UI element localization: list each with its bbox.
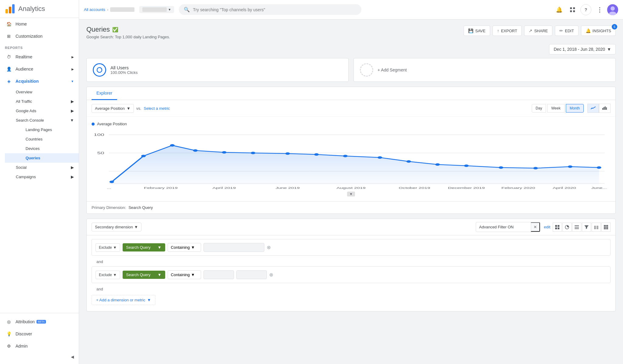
metric-dropdown[interactable]: Average Position ▼ <box>92 104 134 113</box>
topbar-actions: 🔔 ? ⋮ <box>554 4 618 15</box>
sidebar-collapse-button[interactable]: ◀ <box>0 352 79 362</box>
sidebar-item-search-console[interactable]: Search Console ▼ <box>0 116 79 125</box>
svg-text:50: 50 <box>97 151 104 155</box>
svg-rect-1 <box>9 7 11 13</box>
data-point <box>193 149 198 152</box>
date-range-button[interactable]: Dec 1, 2018 - Jun 28, 2020 ▼ <box>549 44 616 54</box>
sidebar-item-google-ads[interactable]: Google Ads ▶ <box>0 106 79 116</box>
property-selector[interactable]: ▼ <box>139 6 174 13</box>
filter-section: Secondary dimension ▼ ✕ edit <box>86 219 616 311</box>
sidebar-item-home[interactable]: 🏠 Home <box>0 18 79 30</box>
page-title-section: Queries ✅ Google Search: Top 1,000 daily… <box>86 26 170 39</box>
sidebar-item-acquisition[interactable]: ◈ Acquisition ▼ <box>0 75 79 87</box>
edit-button[interactable]: ✏ EDIT <box>555 26 579 36</box>
time-controls: Day Week Month <box>532 104 611 113</box>
svg-rect-4 <box>573 7 575 9</box>
all-accounts-link[interactable]: All accounts <box>84 7 105 12</box>
svg-point-8 <box>611 6 615 11</box>
filter-type-1-button[interactable]: Exclude ▼ <box>96 243 120 252</box>
filter-condition-1-button[interactable]: Containing ▼ <box>168 243 201 252</box>
explorer-section: Explorer Average Position ▼ vs. Select a… <box>86 87 616 214</box>
filter-clear-button[interactable]: ✕ <box>531 222 540 232</box>
filter-value-2-input-1[interactable] <box>204 270 234 279</box>
custom-view-button[interactable] <box>601 223 611 232</box>
line-chart-button[interactable] <box>587 104 599 113</box>
filter-edit-link[interactable]: edit <box>544 225 550 229</box>
sidebar-item-overview[interactable]: Overview <box>0 87 79 97</box>
svg-text:June 2019: June 2019 <box>276 186 300 189</box>
sidebar-item-queries[interactable]: Queries <box>5 153 79 163</box>
add-dimension-button[interactable]: + Add a dimension or metric ▼ <box>92 295 155 305</box>
sidebar-item-devices[interactable]: Devices <box>5 144 79 153</box>
notification-button[interactable]: 🔔 <box>554 4 565 15</box>
select-metric-link[interactable]: Select a metric <box>144 106 170 111</box>
advanced-filter-input[interactable] <box>476 223 531 231</box>
sidebar-item-countries[interactable]: Countries <box>5 134 79 144</box>
app-title: Analytics <box>18 5 45 13</box>
sidebar-item-social[interactable]: Social ▶ <box>0 163 79 172</box>
sidebar-item-discover[interactable]: 💡 Discover <box>0 328 79 340</box>
filter-and-1-label: and <box>92 258 611 265</box>
user-avatar[interactable] <box>607 4 618 15</box>
pie-view-button[interactable] <box>562 223 572 232</box>
share-button[interactable]: ↗ SHARE <box>524 26 552 36</box>
data-point <box>597 166 601 169</box>
filter-condition-2-button[interactable]: Containing ▼ <box>168 270 201 279</box>
bar-chart-button[interactable] <box>599 104 611 113</box>
svg-rect-43 <box>594 228 596 229</box>
filter-dimension-2-button[interactable]: Search Query ▼ <box>123 271 165 279</box>
help-button[interactable]: ? <box>580 4 591 15</box>
scroll-indicator[interactable]: ▼ <box>347 192 355 196</box>
secondary-dimension-dropdown[interactable]: Secondary dimension ▼ <box>92 223 141 231</box>
tab-explorer[interactable]: Explorer <box>92 87 117 100</box>
search-input[interactable] <box>193 7 357 12</box>
export-button[interactable]: ↑ EXPORT <box>492 26 522 36</box>
filter-type-2-button[interactable]: Exclude ▼ <box>96 271 120 279</box>
legend-dot <box>92 123 95 126</box>
filter-value-1-input[interactable] <box>204 243 264 252</box>
apps-button[interactable] <box>567 4 578 15</box>
filter-remove-1-button[interactable]: ⊗ <box>267 244 271 250</box>
sidebar-admin-label: Admin <box>16 344 28 348</box>
segment-card-2[interactable]: + Add Segment <box>353 58 616 82</box>
time-month-button[interactable]: Month <box>566 104 584 113</box>
sidebar-audience-label: Audience <box>16 67 33 71</box>
chart-area-fill <box>112 145 599 185</box>
sidebar-item-admin[interactable]: ⚙ Admin <box>0 340 79 352</box>
discover-icon: 💡 <box>6 331 12 337</box>
chart-legend: Average Position <box>92 122 611 126</box>
add-segment-button[interactable]: + Add Segment <box>378 68 407 72</box>
sidebar-item-customization[interactable]: ⊞ Customization <box>0 30 79 42</box>
sidebar-item-all-traffic[interactable]: All Traffic ▶ <box>0 97 79 106</box>
bar-chart-icon <box>602 106 607 110</box>
global-search-bar[interactable]: 🔍 <box>179 4 361 15</box>
svg-text:April 2019: April 2019 <box>213 186 236 189</box>
time-day-button[interactable]: Day <box>532 104 546 113</box>
admin-icon: ⚙ <box>6 343 12 349</box>
filter-value-2-input-2[interactable] <box>236 270 267 279</box>
sidebar-item-audience[interactable]: 👤 Audience ▶ <box>0 63 79 75</box>
segment-row: All Users 100.00% Clicks + Add Segment <box>86 58 616 82</box>
sidebar-customization-label: Customization <box>16 34 43 39</box>
insights-button[interactable]: 🔔 INSIGHTS 6 <box>581 26 616 36</box>
filter-remove-2-button[interactable]: ⊗ <box>269 272 273 278</box>
save-button[interactable]: 💾 SAVE <box>464 26 490 36</box>
sidebar-item-realtime[interactable]: ⏱ Realtime ▶ <box>0 51 79 63</box>
sidebar-item-landing-pages[interactable]: Landing Pages <box>5 125 79 134</box>
filter-view-button[interactable] <box>582 223 591 232</box>
sidebar-realtime-label: Realtime <box>16 54 32 59</box>
time-week-button[interactable]: Week <box>547 104 564 113</box>
sidebar-item-campaigns[interactable]: Campaigns ▶ <box>0 172 79 182</box>
more-options-button[interactable]: ⋮ <box>594 4 605 15</box>
queries-label: Queries <box>26 156 40 160</box>
search-icon: 🔍 <box>184 7 190 12</box>
compare-view-button[interactable] <box>592 223 601 232</box>
filter-rows: Exclude ▼ Search Query ▼ Containing ▼ ⊗ … <box>87 235 615 311</box>
filter-dimension-1-button[interactable]: Search Query ▼ <box>123 243 165 251</box>
sidebar-item-attribution[interactable]: ◎ Attribution BETA <box>0 316 79 328</box>
table-view-button[interactable] <box>553 223 562 232</box>
list-view-button[interactable] <box>572 223 581 232</box>
svg-rect-51 <box>604 228 605 229</box>
svg-rect-2 <box>12 4 15 13</box>
svg-rect-3 <box>570 7 572 9</box>
